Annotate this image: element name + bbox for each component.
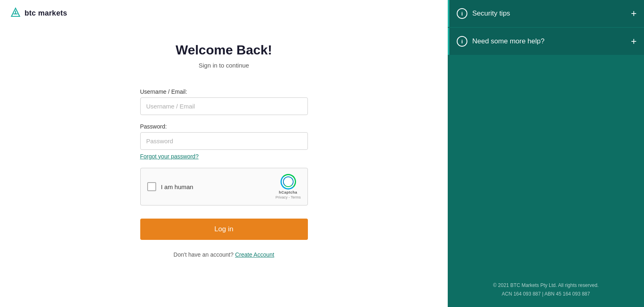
password-input[interactable] <box>140 132 308 150</box>
captcha-label: I am human <box>161 183 193 190</box>
right-spacer <box>448 56 644 273</box>
security-tips-expand-icon: + <box>631 9 637 18</box>
login-content: Welcome Back! Sign in to continue Userna… <box>0 26 448 307</box>
login-button[interactable]: Log in <box>140 219 308 240</box>
captcha-logo-area: hCaptcha Privacy - Terms <box>276 174 301 199</box>
username-field-group: Username / Email: <box>140 88 308 115</box>
captcha-privacy-terms: Privacy - Terms <box>276 195 301 199</box>
footer-line1: © 2021 BTC Markets Pty Ltd. All rights r… <box>456 281 636 290</box>
need-help-accordion: i Need some more help? + <box>448 28 644 55</box>
captcha-brand-label: hCaptcha <box>279 190 297 194</box>
footer-line2: ACN 164 093 887 | ABN 45 164 093 887 <box>456 290 636 299</box>
btc-markets-logo-icon <box>10 7 21 19</box>
captcha-box[interactable]: I am human hCaptcha Privacy - Terms <box>140 168 308 205</box>
need-help-title: Need some more help? <box>472 37 545 45</box>
page-title: Welcome Back! <box>176 43 272 58</box>
need-help-info-icon: i <box>457 36 467 47</box>
logo-text: btc markets <box>25 9 67 18</box>
security-tips-info-icon: i <box>457 8 467 19</box>
need-help-expand-icon: + <box>631 36 637 46</box>
left-panel: btc markets Welcome Back! Sign in to con… <box>0 0 448 307</box>
security-tips-title: Security tips <box>472 9 510 18</box>
security-tips-header-left: i Security tips <box>457 8 510 19</box>
create-account-link[interactable]: Create Account <box>235 251 274 258</box>
captcha-circle-inner-icon <box>283 176 294 187</box>
password-field-group: Password: Forgot your password? <box>140 123 308 160</box>
captcha-circle-icon <box>280 174 296 190</box>
need-help-header-left: i Need some more help? <box>457 36 545 47</box>
logo-area: btc markets <box>0 0 448 26</box>
username-input[interactable] <box>140 97 308 115</box>
footer: © 2021 BTC Markets Pty Ltd. All rights r… <box>448 273 644 307</box>
captcha-checkbox[interactable] <box>147 182 156 191</box>
right-panel: i Security tips + i Need some more help?… <box>448 0 644 307</box>
password-label: Password: <box>140 123 308 130</box>
forgot-password-link[interactable]: Forgot your password? <box>140 153 308 160</box>
captcha-left: I am human <box>147 182 193 191</box>
need-help-header[interactable]: i Need some more help? + <box>449 28 644 55</box>
page-subtitle: Sign in to continue <box>199 62 249 69</box>
security-tips-header[interactable]: i Security tips + <box>449 0 644 27</box>
security-tips-accordion: i Security tips + <box>448 0 644 27</box>
create-account-prompt: Don't have an account? Create Account <box>173 251 274 258</box>
username-label: Username / Email: <box>140 88 308 95</box>
